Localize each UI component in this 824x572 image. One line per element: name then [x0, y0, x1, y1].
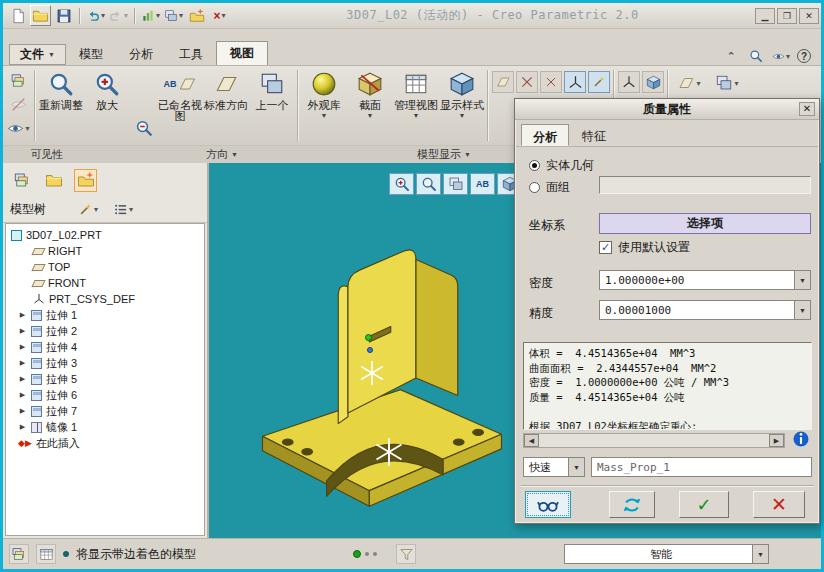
tab-view[interactable]: 视图	[216, 41, 268, 65]
group-orientation[interactable]: 方向▼	[91, 146, 353, 163]
tree-item[interactable]: ▶拉伸 3	[6, 355, 204, 371]
tree-item[interactable]: TOP	[6, 259, 204, 275]
scroll-right-icon[interactable]: ▶	[769, 434, 784, 447]
display-style-button[interactable]: 显示样式▼	[439, 66, 485, 145]
named-views-icon[interactable]: AB	[470, 173, 495, 195]
scroll-left-icon[interactable]: ◀	[524, 434, 539, 447]
info-icon[interactable]	[792, 430, 810, 448]
new-folder-icon[interactable]	[186, 5, 207, 26]
tab-tools[interactable]: 工具	[166, 44, 216, 65]
appearance-gallery-button[interactable]: 外观库▼	[301, 66, 347, 145]
radio-solid-geometry[interactable]: 实体几何	[529, 157, 594, 174]
maximize-button[interactable]: ❐	[777, 8, 797, 24]
quick-mode-combo[interactable]: 快速 ▼	[523, 457, 585, 477]
sections-button[interactable]: 截面▼	[347, 66, 393, 145]
expand-icon[interactable]: ▶	[18, 327, 27, 335]
manage-views-button[interactable]: 管理视图▼	[393, 66, 439, 145]
windows-icon[interactable]	[163, 5, 184, 26]
plane-display-menu-icon[interactable]	[672, 72, 706, 94]
tree-item-insert-here[interactable]: ◆▶在此插入	[6, 435, 204, 451]
help-icon[interactable]: ?	[797, 49, 811, 63]
chevron-down-icon[interactable]: ▼	[794, 301, 810, 319]
chevron-down-icon[interactable]: ▼	[794, 271, 810, 289]
favorites-folder-icon[interactable]	[74, 169, 97, 192]
regenerate-icon[interactable]	[140, 5, 161, 26]
tab-analysis[interactable]: 分析	[116, 44, 166, 65]
chevron-down-icon[interactable]: ▼	[752, 545, 768, 563]
results-text-area[interactable]: 体积 = 4.4514365e+04 MM^3 曲面面积 = 2.4344557…	[523, 342, 812, 430]
chevron-down-icon[interactable]: ▼	[568, 458, 584, 476]
collapse-ribbon-icon[interactable]: ⌃	[722, 47, 740, 65]
open-file-icon[interactable]	[30, 5, 51, 26]
model-tree-toggle-icon[interactable]	[9, 544, 29, 564]
ok-button[interactable]: ✓	[679, 491, 729, 518]
layer-tree-icon[interactable]	[10, 169, 33, 192]
expand-icon[interactable]: ▶	[18, 343, 27, 351]
folder-browser-icon[interactable]	[42, 169, 65, 192]
unhide-icon[interactable]	[6, 93, 31, 115]
window-settings-menu-icon[interactable]	[710, 72, 744, 94]
zoom-in-button[interactable]: 放大	[84, 66, 130, 145]
undo-icon[interactable]	[85, 5, 106, 26]
datum-point-display-icon[interactable]	[540, 71, 562, 93]
expand-icon[interactable]: ▶	[18, 423, 27, 431]
selection-filter-combo[interactable]: 智能 ▼	[564, 544, 769, 564]
tree-item[interactable]: RIGHT	[6, 243, 204, 259]
spin-center-icon[interactable]	[618, 71, 640, 93]
tree-item[interactable]: ▶拉伸 6	[6, 387, 204, 403]
results-horizontal-scrollbar[interactable]: ◀ ▶	[523, 433, 785, 448]
expand-icon[interactable]: ▶	[18, 391, 27, 399]
dialog-close-icon[interactable]: ✕	[799, 102, 815, 116]
analysis-name-input[interactable]	[591, 457, 812, 477]
use-default-checkbox[interactable]: ✓ 使用默认设置	[599, 239, 690, 256]
filter-icon[interactable]	[396, 544, 416, 564]
tab-model[interactable]: 模型	[66, 44, 116, 65]
eye-menu-icon[interactable]	[772, 47, 790, 65]
datum-axis-display-icon[interactable]	[516, 71, 538, 93]
tree-item[interactable]: ▶拉伸 1	[6, 307, 204, 323]
saved-orientations-icon[interactable]	[443, 173, 468, 195]
csys-display-icon[interactable]	[564, 71, 586, 93]
new-file-icon[interactable]	[7, 5, 28, 26]
expand-icon[interactable]: ▶	[18, 375, 27, 383]
cancel-button[interactable]: ✕	[753, 491, 805, 518]
tree-filter-icon[interactable]	[73, 198, 103, 221]
preview-button[interactable]	[525, 491, 571, 518]
zoom-in-icon[interactable]	[389, 173, 414, 195]
tab-file[interactable]: 文件▼	[9, 44, 66, 65]
close-button[interactable]: ✕	[799, 8, 819, 24]
density-combo[interactable]: 1.000000e+00 ▼	[599, 270, 811, 290]
tree-item[interactable]: FRONT	[6, 275, 204, 291]
named-views-button[interactable]: AB 已命名视图	[157, 66, 203, 145]
repeat-button[interactable]	[609, 491, 655, 518]
dialog-tab-analysis[interactable]: 分析	[521, 124, 569, 146]
save-icon[interactable]	[53, 5, 74, 26]
tree-item[interactable]: ▶拉伸 2	[6, 323, 204, 339]
expand-icon[interactable]: ▶	[18, 407, 27, 415]
previous-view-button[interactable]: 上一个	[249, 66, 295, 145]
tree-item[interactable]: ▶镜像 1	[6, 419, 204, 435]
close-window-icon[interactable]: ×	[209, 5, 230, 26]
redo-icon[interactable]	[108, 5, 129, 26]
refit-icon[interactable]	[416, 173, 441, 195]
refit-button[interactable]: 重新调整	[38, 66, 84, 145]
group-model-display[interactable]: 模型显示▼	[353, 146, 535, 163]
standard-orientation-button[interactable]: 标准方向	[203, 66, 249, 145]
layer-tree-toggle-icon[interactable]	[36, 544, 56, 564]
tree-item[interactable]: PRT_CSYS_DEF	[6, 291, 204, 307]
dialog-tab-feature[interactable]: 特征	[571, 124, 617, 146]
visibility-eye-icon[interactable]	[6, 117, 31, 139]
quilt-collector-field[interactable]	[599, 176, 811, 194]
annotation-display-icon[interactable]	[588, 71, 610, 93]
perspective-icon[interactable]	[642, 71, 664, 93]
datum-plane-display-icon[interactable]	[492, 71, 514, 93]
select-items-button[interactable]: 选择项	[599, 213, 811, 234]
radio-quilt[interactable]: 面组	[529, 179, 570, 196]
minimize-button[interactable]: ▁	[755, 8, 775, 24]
accuracy-combo[interactable]: 0.00001000 ▼	[599, 300, 811, 320]
tree-item[interactable]: ▶拉伸 5	[6, 371, 204, 387]
tree-item[interactable]: ▶拉伸 7	[6, 403, 204, 419]
zoom-out-icon[interactable]	[131, 117, 156, 139]
dialog-titlebar[interactable]: 质量属性 ✕	[515, 99, 819, 120]
tree-item-root[interactable]: 3D07_L02.PRT	[6, 227, 204, 243]
